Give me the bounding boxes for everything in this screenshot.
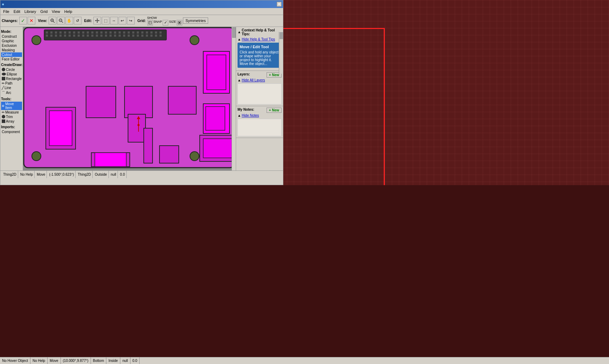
confirm-button[interactable]: ✓ [19, 17, 27, 24]
svg-rect-48 [73, 35, 75, 37]
help-scroll-thumb[interactable] [279, 32, 283, 39]
sidebar-item-rectangle[interactable]: Rectangle [1, 77, 22, 81]
layers-label: Layers: [238, 72, 250, 76]
canvas-area[interactable] [23, 27, 236, 170]
bs-location: Inside [106, 357, 120, 364]
svg-rect-37 [141, 31, 143, 34]
new-note-button[interactable]: + New [267, 108, 282, 113]
undo-button[interactable]: ↩ [119, 17, 126, 24]
array-icon [2, 119, 5, 123]
svg-rect-71 [206, 107, 225, 130]
sidebar-item-measure[interactable]: ✏ Measure [1, 110, 22, 115]
svg-rect-23 [78, 31, 80, 34]
svg-rect-42 [46, 35, 48, 37]
hide-help-link[interactable]: Hide Help & Tool Tips [242, 37, 275, 41]
svg-rect-89 [95, 153, 126, 167]
changes-group: Changes: ✓ ✕ [2, 17, 35, 24]
svg-point-14 [190, 152, 199, 161]
hide-layers-row: ▲ Hide All Layers [238, 78, 282, 82]
svg-rect-34 [128, 31, 130, 34]
grid-show-btn[interactable] [147, 20, 153, 26]
rotate-view-button[interactable]: ↺ [74, 17, 82, 24]
hide-notes-link[interactable]: Hide Notes [242, 114, 259, 117]
sidebar-item-component[interactable]: Component [1, 130, 22, 134]
sidebar-item-masking[interactable]: Masking [1, 48, 22, 52]
svg-rect-32 [119, 31, 121, 34]
notes-area[interactable] [238, 119, 282, 136]
svg-rect-86 [144, 128, 153, 163]
grid-label: Grid: [137, 19, 146, 23]
zoom-out-button[interactable] [57, 17, 65, 24]
main-toolbar: Changes: ✓ ✕ View: ✋ ↺ Edit: ⬚ ↔ ↩ [0, 15, 283, 27]
changes-label: Changes: [2, 19, 18, 23]
sidebar-item-arc[interactable]: ⌒ Arc [1, 90, 22, 96]
menu-edit[interactable]: Edit [12, 9, 22, 14]
svg-rect-41 [160, 31, 162, 34]
scrollbar-thumb-v[interactable] [232, 27, 236, 38]
svg-rect-22 [73, 31, 75, 34]
status-location: Outside [93, 171, 108, 178]
svg-line-5 [62, 21, 63, 23]
flip-button[interactable]: ↔ [110, 17, 118, 24]
sidebar-item-circle[interactable]: Circle [1, 67, 22, 72]
graphic-label: Graphic [2, 39, 14, 43]
bs-mode: Move [48, 357, 61, 364]
move-button[interactable] [93, 17, 101, 24]
svg-point-12 [32, 152, 41, 161]
path-icon: ✏ [2, 81, 5, 85]
svg-rect-49 [78, 35, 80, 37]
canvas-scrollbar-v[interactable] [232, 27, 236, 170]
cancel-button[interactable]: ✕ [28, 17, 35, 24]
context-help-title[interactable]: ▲ Context Help & Tool Tips: [238, 28, 282, 36]
line-icon: ╱ [2, 86, 4, 90]
redo-button[interactable]: ↪ [127, 17, 135, 24]
svg-rect-69 [207, 55, 226, 90]
close-button[interactable]: ✕ [277, 2, 282, 7]
zoom-fit-button[interactable] [49, 17, 56, 24]
sidebar-item-construct[interactable]: Construct [1, 34, 22, 39]
sidebar-item-exclusion[interactable]: Exclusion [1, 43, 22, 48]
copy-button[interactable]: ⬚ [102, 17, 109, 24]
svg-rect-53 [96, 35, 98, 37]
menu-grid[interactable]: Grid [38, 9, 50, 14]
symmetries-button[interactable]: Symmetries [183, 17, 208, 24]
sidebar-item-cutout[interactable]: Cutout [1, 52, 22, 57]
rectangle-icon [2, 77, 5, 80]
sidebar-item-path[interactable]: ✏ Path [1, 81, 22, 86]
menu-file[interactable]: File [1, 9, 12, 14]
pcb-svg [23, 27, 235, 168]
sidebar-item-array[interactable]: Array [1, 119, 22, 124]
sidebar-item-line[interactable]: ╱ Line [1, 86, 22, 90]
arc-label: Arc [6, 91, 11, 95]
title-bar: ● ✕ [0, 0, 283, 8]
circle-icon [2, 68, 5, 71]
sidebar-item-face-editor[interactable]: Face Editor [1, 57, 22, 61]
context-help-label: Context Help & Tool Tips: [242, 28, 282, 36]
bs-side: Bottom [91, 357, 107, 364]
sidebar-item-ellipse[interactable]: Ellipse [1, 72, 22, 77]
svg-rect-73 [125, 86, 153, 118]
menu-view[interactable]: View [50, 9, 62, 14]
svg-rect-29 [105, 31, 107, 34]
svg-rect-44 [55, 35, 57, 37]
svg-rect-25 [87, 31, 89, 34]
pan-button[interactable]: ✋ [65, 17, 73, 24]
grid-group: Grid: SHOW SNAP ✓ SIZE Symmetries [137, 16, 208, 26]
sidebar-item-graphic[interactable]: Graphic [1, 39, 22, 43]
measure-label: Measure [5, 110, 19, 114]
svg-rect-87 [160, 146, 179, 163]
svg-rect-19 [59, 31, 62, 34]
menu-library[interactable]: Library [22, 9, 38, 14]
sidebar-item-move-item[interactable]: ⊕ Move Item [1, 102, 22, 110]
help-scrollbar[interactable] [279, 32, 283, 74]
status-mode: Move [35, 171, 47, 178]
cutout-label: Cutout [2, 53, 12, 57]
hide-layers-link[interactable]: Hide All Layers [242, 78, 265, 82]
menu-help[interactable]: Help [62, 9, 75, 14]
grid-size-btn[interactable] [177, 20, 182, 26]
grid-snap-btn[interactable]: ✓ [163, 20, 168, 26]
masking-label: Masking [2, 48, 15, 52]
svg-point-13 [190, 36, 199, 45]
sidebar-item-trim[interactable]: Trim [1, 115, 22, 119]
status-null: null [109, 171, 118, 178]
